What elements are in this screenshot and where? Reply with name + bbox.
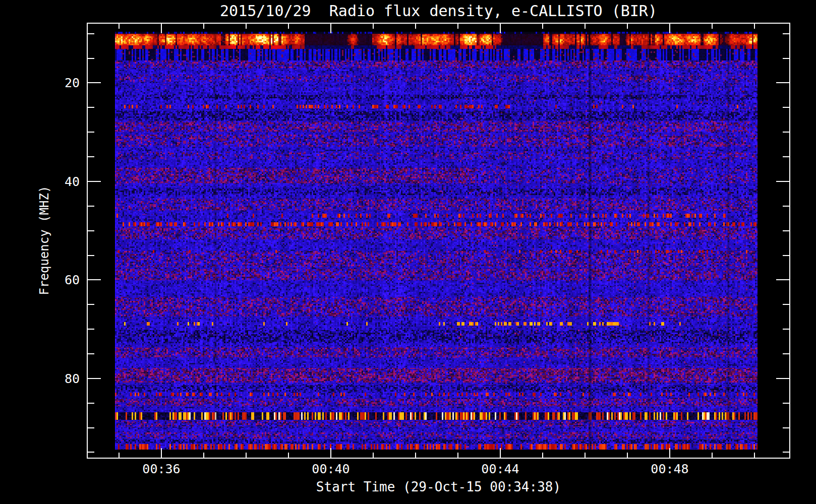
chart-title: 2015/10/29 Radio flux density, e-CALLIST… <box>87 2 790 20</box>
x-minor-tick <box>119 453 120 458</box>
x-minor-tick <box>712 453 713 458</box>
y-major-tick <box>88 378 101 379</box>
y-minor-tick <box>783 304 789 305</box>
y-minor-tick <box>88 132 94 133</box>
y-minor-tick <box>783 427 789 428</box>
x-minor-tick <box>712 24 713 29</box>
y-major-tick <box>776 378 789 379</box>
y-minor-tick <box>783 452 789 453</box>
y-minor-tick <box>783 33 789 34</box>
y-minor-tick <box>783 353 789 354</box>
y-minor-tick <box>88 33 94 34</box>
y-minor-tick <box>88 427 94 428</box>
x-minor-tick <box>627 24 628 29</box>
x-minor-tick <box>754 24 755 29</box>
plot-frame <box>87 23 790 459</box>
y-minor-tick <box>88 206 94 207</box>
y-minor-tick <box>783 329 789 330</box>
y-major-tick <box>88 181 101 182</box>
x-minor-tick <box>754 453 755 458</box>
x-tick-label: 00:36 <box>142 462 180 476</box>
x-minor-tick <box>457 453 458 458</box>
x-minor-tick <box>246 453 247 458</box>
x-minor-tick <box>415 453 416 458</box>
x-minor-tick <box>288 24 289 29</box>
x-minor-tick <box>585 453 586 458</box>
y-minor-tick <box>783 230 789 231</box>
y-tick-label: 60 <box>65 273 80 287</box>
x-major-tick <box>669 24 670 33</box>
y-minor-tick <box>88 230 94 231</box>
y-major-tick <box>88 279 101 280</box>
x-minor-tick <box>415 24 416 29</box>
x-minor-tick <box>246 24 247 29</box>
x-major-tick <box>161 24 162 33</box>
y-minor-tick <box>783 206 789 207</box>
x-major-tick <box>669 448 670 458</box>
radio-spectrogram-screenshot: 2015/10/29 Radio flux density, e-CALLIST… <box>0 0 816 504</box>
y-major-tick <box>88 82 101 83</box>
x-minor-tick <box>119 24 120 29</box>
x-minor-tick <box>288 453 289 458</box>
y-major-tick <box>776 82 789 83</box>
x-major-tick <box>500 24 501 33</box>
x-major-tick <box>161 448 162 458</box>
x-tick-label: 00:40 <box>312 462 349 476</box>
y-minor-tick <box>88 255 94 256</box>
x-minor-tick <box>457 24 458 29</box>
x-minor-tick <box>542 453 543 458</box>
x-major-tick <box>330 448 331 458</box>
x-minor-tick <box>373 24 374 29</box>
y-tick-label: 80 <box>65 371 80 386</box>
y-minor-tick <box>783 107 789 108</box>
y-minor-tick <box>783 156 789 157</box>
y-minor-tick <box>88 156 94 157</box>
y-minor-tick <box>88 107 94 108</box>
x-tick-label: 00:44 <box>481 462 519 476</box>
y-minor-tick <box>88 403 94 404</box>
x-minor-tick <box>203 24 204 29</box>
x-minor-tick <box>585 24 586 29</box>
y-major-tick <box>776 181 789 182</box>
x-minor-tick <box>542 24 543 29</box>
x-minor-tick <box>627 453 628 458</box>
y-minor-tick <box>88 304 94 305</box>
y-tick-label: 40 <box>65 174 80 189</box>
y-tick-label: 20 <box>65 76 80 90</box>
x-minor-tick <box>373 453 374 458</box>
y-axis-label: Frequency (MHZ) <box>37 186 51 295</box>
y-minor-tick <box>88 452 94 453</box>
x-tick-label: 00:48 <box>651 462 688 476</box>
y-minor-tick <box>783 255 789 256</box>
x-axis-label: Start Time (29-Oct-15 00:34:38) <box>87 479 790 494</box>
y-minor-tick <box>783 403 789 404</box>
y-major-tick <box>776 279 789 280</box>
y-minor-tick <box>88 58 94 59</box>
x-minor-tick <box>203 453 204 458</box>
x-major-tick <box>330 24 331 33</box>
y-minor-tick <box>88 353 94 354</box>
x-major-tick <box>500 448 501 458</box>
y-minor-tick <box>783 58 789 59</box>
y-minor-tick <box>783 132 789 133</box>
y-minor-tick <box>88 329 94 330</box>
